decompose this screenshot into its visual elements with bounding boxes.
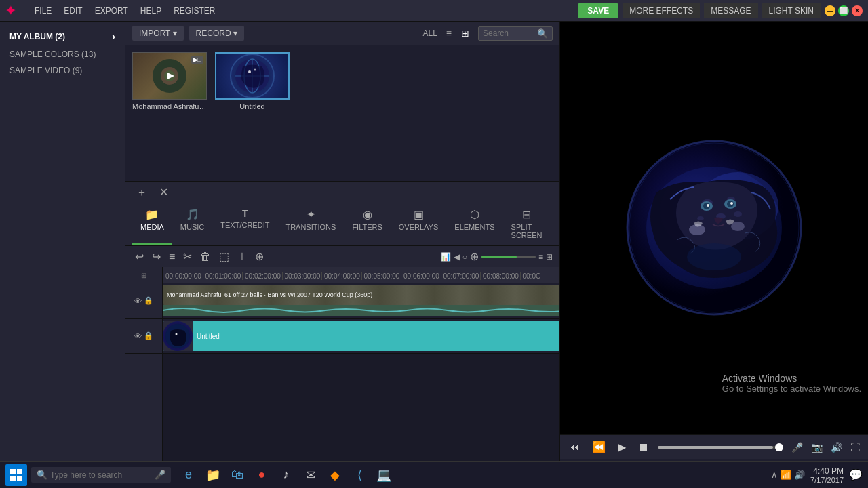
record-button[interactable]: RECORD ▾ xyxy=(189,26,244,41)
taskbar-mic-icon[interactable]: 🎤 xyxy=(155,470,165,480)
align-button[interactable]: ⊥ xyxy=(235,249,250,264)
add-to-timeline-icon[interactable]: ＋ xyxy=(132,184,151,201)
nav-my-album-label: MY ALBUM (2) xyxy=(9,32,65,41)
minimize-button[interactable]: — xyxy=(825,5,835,16)
tab-text[interactable]: T TEXT/CREDIT xyxy=(212,204,277,245)
preview-video: Activate Windows Go to Settings to activ… xyxy=(560,22,868,434)
search-box[interactable]: 🔍 xyxy=(478,26,553,41)
grid-view-button[interactable]: ⊞ xyxy=(458,26,473,40)
ruler-mark-1: 00:01:00:00 xyxy=(203,272,243,280)
track-1-lock-button[interactable]: 🔒 xyxy=(144,331,153,340)
svg-point-25 xyxy=(707,204,709,207)
tab-splitscreen[interactable]: ⊟ SPLIT SCREEN xyxy=(503,204,551,245)
titlebar-left: ✦ FILE EDIT EXPORT HELP REGISTER xyxy=(5,3,221,18)
track-0-video-clip[interactable]: Mohammad Ashraful 61 off 27 balls · Ban … xyxy=(163,285,559,305)
track-0-eye-button[interactable]: 👁 xyxy=(134,297,142,305)
taskbar-music-icon[interactable]: ♪ xyxy=(275,464,297,486)
crop-button[interactable]: ⬚ xyxy=(216,249,232,264)
svg-rect-32 xyxy=(10,469,16,474)
stop-button[interactable]: ⏹ xyxy=(635,440,652,455)
tab-elements[interactable]: ⬡ ELEMENTS xyxy=(446,204,502,245)
track-empty-content xyxy=(163,354,559,468)
remove-icon[interactable]: ✕ xyxy=(155,184,172,201)
start-button[interactable] xyxy=(5,464,27,486)
save-button[interactable]: SAVE xyxy=(578,3,618,18)
zoom-slider[interactable] xyxy=(481,256,536,258)
tab-media[interactable]: 📁 MEDIA xyxy=(132,204,172,245)
menu-help[interactable]: HELP xyxy=(135,3,167,18)
list-icon[interactable]: ≡ xyxy=(538,252,543,262)
sys-network-icon[interactable]: 📶 xyxy=(781,470,791,480)
tab-filters[interactable]: ◉ FILTERS xyxy=(344,204,390,245)
taskbar-sys: ∧ 📶 🔊 4:40 PM 7/17/2017 💬 xyxy=(771,466,863,484)
nav-back-arrow[interactable]: › xyxy=(112,30,115,43)
ruler-row: ⊞ 00:00:00:00 00:01:00:00 00:02:00:00 00… xyxy=(125,267,559,283)
close-button[interactable]: ✕ xyxy=(852,5,863,16)
timer-button[interactable]: ⊕ xyxy=(252,249,267,264)
redo-button[interactable]: ↪ xyxy=(149,249,163,264)
taskbar-store-icon[interactable]: 🛍 xyxy=(226,464,248,486)
settings-button[interactable]: ≡ xyxy=(166,249,178,264)
delete-button[interactable]: 🗑 xyxy=(197,249,214,264)
play-button[interactable]: ▶ xyxy=(614,439,629,455)
menu-edit[interactable]: EDIT xyxy=(58,3,87,18)
more-effects-button[interactable]: MORE EFFECTS xyxy=(623,3,700,18)
zoom-plus-icon[interactable]: ⊕ xyxy=(470,250,479,263)
volume-icon[interactable]: 🎤 xyxy=(789,441,806,454)
audio-icon[interactable]: 🔊 xyxy=(828,441,845,454)
import-button[interactable]: IMPORT ▾ xyxy=(132,26,184,41)
list-view-button[interactable]: ≡ xyxy=(443,26,455,40)
collapse-icon[interactable]: ◀ xyxy=(454,252,460,262)
tab-music[interactable]: 🎵 MUSIC xyxy=(172,204,212,245)
skip-start-button[interactable]: ⏮ xyxy=(566,440,583,455)
tab-overlays-label: OVERLAYS xyxy=(399,223,439,231)
taskbar-app1-icon[interactable]: ◆ xyxy=(324,464,346,486)
sys-volume-icon[interactable]: 🔊 xyxy=(794,470,805,480)
nav-sample-colors[interactable]: SAMPLE COLORS (13) xyxy=(0,46,125,62)
media-item-1[interactable]: Untitled xyxy=(215,52,290,174)
tab-export[interactable]: ↑ EXPORT xyxy=(550,204,559,245)
taskbar-search[interactable]: 🔍 🎤 xyxy=(31,467,171,483)
nav-sample-video[interactable]: SAMPLE VIDEO (9) xyxy=(0,62,125,79)
sys-time[interactable]: 4:40 PM 7/17/2017 xyxy=(810,466,844,484)
taskbar-edge-icon[interactable]: e xyxy=(178,464,199,486)
skin-button[interactable]: LIGHT SKIN xyxy=(762,3,821,18)
menu-export[interactable]: EXPORT xyxy=(90,3,134,18)
search-input[interactable] xyxy=(483,28,537,38)
track-0-lock-button[interactable]: 🔒 xyxy=(144,296,153,305)
fullscreen-icon[interactable]: ⛶ xyxy=(848,441,863,454)
taskbar-folder-icon[interactable]: 📁 xyxy=(202,464,224,486)
tab-overlays[interactable]: ▣ OVERLAYS xyxy=(391,204,447,245)
prev-frame-button[interactable]: ⏪ xyxy=(589,439,609,455)
tab-media-label: MEDIA xyxy=(140,223,164,231)
progress-thumb xyxy=(775,443,783,451)
camera-icon[interactable]: 📷 xyxy=(808,441,825,454)
taskbar-app2-icon[interactable]: ⟨ xyxy=(349,464,370,486)
tab-transitions[interactable]: ✦ TRANSITIONS xyxy=(277,204,344,245)
progress-bar[interactable] xyxy=(658,446,783,449)
message-button[interactable]: MESSAGE xyxy=(704,3,757,18)
search-icon: 🔍 xyxy=(537,28,548,39)
maximize-button[interactable]: ⬜ xyxy=(838,5,849,16)
preview-panel: Activate Windows Go to Settings to activ… xyxy=(559,22,868,488)
taskbar-app3-icon[interactable]: 💻 xyxy=(373,464,395,486)
progress-fill xyxy=(658,446,773,449)
notification-icon[interactable]: 💬 xyxy=(849,468,863,481)
all-label[interactable]: ALL xyxy=(422,28,437,38)
nav-my-album[interactable]: MY ALBUM (2) › xyxy=(0,27,125,46)
track-1-eye-button[interactable]: 👁 xyxy=(134,332,142,340)
undo-button[interactable]: ↩ xyxy=(132,249,146,264)
taskbar-search-input[interactable] xyxy=(50,470,152,480)
left-panel: MY ALBUM (2) › SAMPLE COLORS (13) SAMPLE… xyxy=(0,22,125,488)
cut-button[interactable]: ✂ xyxy=(180,249,195,264)
grid-icon[interactable]: ⊞ xyxy=(546,252,553,262)
track-1-teal-clip[interactable]: Untitled xyxy=(163,321,559,351)
media-item-0[interactable]: ▶□ Mohammad Ashraful 61.... xyxy=(132,52,207,174)
taskbar-email-icon[interactable]: ✉ xyxy=(300,464,321,486)
menu-register[interactable]: REGISTER xyxy=(168,3,220,18)
menu-file[interactable]: FILE xyxy=(29,3,57,18)
taskbar-chrome-icon[interactable]: ● xyxy=(251,464,273,486)
zoom-minus-icon[interactable]: ○ xyxy=(462,252,467,262)
sys-arrow-icon[interactable]: ∧ xyxy=(771,470,778,480)
track-1-content: Untitled xyxy=(163,319,559,354)
